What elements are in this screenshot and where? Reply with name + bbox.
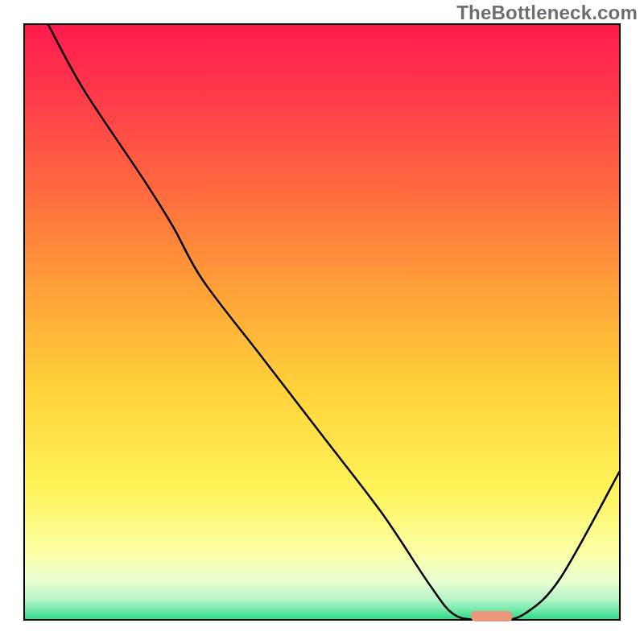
bottleneck-chart	[0, 0, 644, 644]
optimal-range-marker	[471, 611, 513, 621]
chart-container: TheBottleneck.com	[0, 0, 644, 644]
watermark-text: TheBottleneck.com	[456, 2, 638, 24]
gradient-background	[24, 24, 620, 620]
